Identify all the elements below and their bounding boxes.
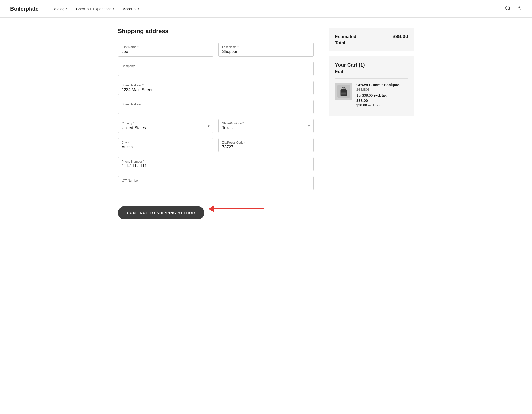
cart-item-total: $38.00 excl. tax: [356, 103, 408, 107]
shipping-form-section: Shipping address First Name * Last Name …: [118, 28, 314, 219]
zip-group: Zip/Postal Code *: [218, 138, 314, 152]
street2-group: Street Address: [118, 100, 314, 114]
arrow-head-icon: [208, 205, 214, 212]
main-nav: Catalog ▾ Checkout Experience ▾ Account …: [49, 5, 505, 13]
street2-row: Street Address: [118, 100, 314, 114]
phone-field: Phone Number *: [118, 157, 314, 171]
zip-label: Zip/Postal Code *: [222, 141, 310, 144]
phone-label: Phone Number *: [122, 160, 310, 163]
street1-group: Street Address *: [118, 81, 314, 95]
vat-label: VAT Number: [122, 179, 310, 182]
street2-label: Street Address: [122, 103, 310, 106]
phone-group: Phone Number *: [118, 157, 314, 171]
state-field: State/Province * Texas ▾: [218, 119, 314, 133]
cart-bottom-divider: [335, 111, 408, 111]
city-label: City *: [122, 141, 210, 144]
main-content: Shipping address First Name * Last Name …: [108, 18, 424, 234]
city-field: City *: [118, 138, 213, 152]
vat-group: VAT Number: [118, 176, 314, 190]
company-field: Company: [118, 62, 314, 76]
nav-checkout-experience[interactable]: Checkout Experience ▾: [73, 5, 117, 13]
country-state-row: Country * United States ▾ State/Province…: [118, 119, 314, 133]
street2-input[interactable]: [122, 107, 310, 111]
last-name-label: Last Name *: [222, 45, 310, 49]
cart-excl-tax-label: excl. tax: [368, 103, 380, 107]
search-icon[interactable]: [505, 5, 511, 13]
svg-line-1: [509, 9, 510, 10]
street1-label: Street Address *: [122, 84, 310, 87]
zip-input[interactable]: [222, 145, 310, 149]
nav-account[interactable]: Account ▾: [120, 5, 142, 13]
first-name-field: First Name *: [118, 43, 213, 57]
cart-item-qty: 1 x $38.00 excl. tax: [356, 93, 408, 97]
last-name-group: Last Name *: [218, 43, 314, 57]
cart-item-name: Crown Summit Backpack: [356, 83, 408, 87]
city-input[interactable]: [122, 145, 210, 149]
first-name-group: First Name *: [118, 43, 213, 57]
nav-account-label: Account: [123, 7, 137, 11]
chevron-down-icon: ▾: [138, 7, 139, 10]
cart-total-value: $38.00: [356, 103, 367, 107]
estimated-total-label: EstimatedTotal: [335, 34, 356, 46]
continue-row: CONTINUE TO SHIPPING METHOD: [118, 198, 314, 219]
zip-field: Zip/Postal Code *: [218, 138, 314, 152]
name-row: First Name * Last Name *: [118, 43, 314, 57]
chevron-down-icon: ▾: [113, 7, 114, 10]
nav-catalog-label: Catalog: [52, 7, 65, 11]
street1-input[interactable]: [122, 88, 310, 92]
summary-row: EstimatedTotal $38.00: [335, 34, 408, 46]
chevron-down-icon: ▾: [66, 7, 67, 10]
cart-item-sku: 24-MB03: [356, 88, 408, 91]
header: Boilerplate Catalog ▾ Checkout Experienc…: [0, 0, 532, 18]
user-icon[interactable]: [516, 5, 522, 13]
arrow-line: [214, 208, 264, 209]
cart-divider: [335, 78, 408, 79]
state-label: State/Province *: [222, 122, 310, 125]
cart-edit-button[interactable]: Edit: [335, 69, 408, 74]
country-select[interactable]: United States: [122, 126, 210, 130]
nav-catalog[interactable]: Catalog ▾: [49, 5, 71, 13]
estimated-total-value: $38.00: [393, 34, 408, 39]
backpack-icon: [337, 85, 350, 98]
company-group: Company: [118, 62, 314, 76]
phone-row: Phone Number *: [118, 157, 314, 171]
cart-title: Your Cart (1): [335, 62, 408, 68]
state-select[interactable]: Texas: [222, 126, 310, 130]
vat-row: VAT Number: [118, 176, 314, 190]
svg-point-2: [518, 6, 520, 8]
company-label: Company: [122, 64, 310, 68]
country-field: Country * United States ▾: [118, 119, 213, 133]
last-name-input[interactable]: [222, 49, 310, 54]
vat-input[interactable]: [122, 183, 310, 187]
street1-field: Street Address *: [118, 81, 314, 95]
first-name-label: First Name *: [122, 45, 210, 49]
cart-sidebar: EstimatedTotal $38.00 Your Cart (1) Edit: [329, 28, 414, 116]
cart-box: Your Cart (1) Edit: [329, 56, 414, 116]
street2-field: Street Address: [118, 100, 314, 114]
brand-logo[interactable]: Boilerplate: [10, 6, 39, 12]
vat-field: VAT Number: [118, 176, 314, 190]
nav-checkout-label: Checkout Experience: [76, 7, 112, 11]
first-name-input[interactable]: [122, 49, 210, 54]
state-group: State/Province * Texas ▾: [218, 119, 314, 133]
last-name-field: Last Name *: [218, 43, 314, 57]
cart-item-image: [335, 83, 352, 100]
phone-input[interactable]: [122, 164, 310, 168]
company-row: Company: [118, 62, 314, 76]
city-zip-row: City * Zip/Postal Code *: [118, 138, 314, 152]
country-label: Country *: [122, 122, 210, 125]
estimated-total-box: EstimatedTotal $38.00: [329, 28, 414, 51]
continue-to-shipping-button[interactable]: CONTINUE TO SHIPPING METHOD: [118, 206, 204, 219]
cart-item-details: Crown Summit Backpack 24-MB03 1 x $38.00…: [356, 83, 408, 107]
cart-item-price: $38.00: [356, 98, 408, 103]
header-icons: [505, 5, 522, 13]
city-group: City *: [118, 138, 213, 152]
company-input[interactable]: [122, 68, 310, 73]
cart-item: Crown Summit Backpack 24-MB03 1 x $38.00…: [335, 83, 408, 107]
country-group: Country * United States ▾: [118, 119, 213, 133]
section-title: Shipping address: [118, 28, 314, 35]
street1-row: Street Address *: [118, 81, 314, 95]
